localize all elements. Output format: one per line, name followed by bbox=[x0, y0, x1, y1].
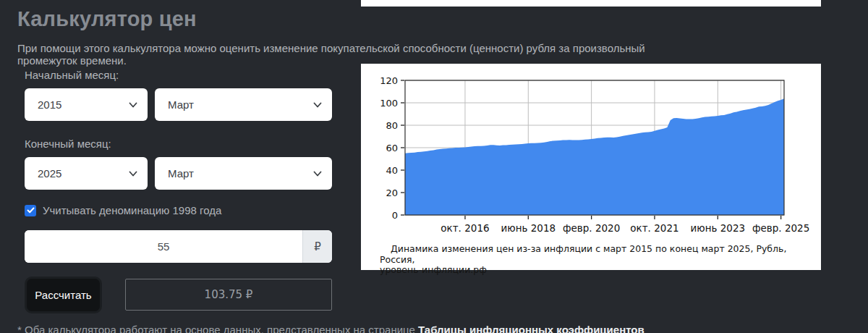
chart-caption-line1: Динамика изменения цен из-за инфляции с … bbox=[380, 244, 807, 265]
denomination-checkbox-row[interactable]: Учитывать деноминацию 1998 года bbox=[25, 204, 332, 216]
calculator-form: Начальный месяц: 2015 Март Конечный меся… bbox=[25, 69, 332, 313]
end-year-value: 2025 bbox=[38, 167, 61, 180]
start-year-select[interactable]: 2015 bbox=[25, 88, 148, 121]
svg-text:100: 100 bbox=[380, 98, 398, 109]
actions-row: Рассчитать 103.75 ₽ bbox=[25, 277, 332, 313]
page-title: Калькулятор цен bbox=[17, 7, 197, 31]
end-month-label: Конечный месяц: bbox=[25, 138, 332, 150]
chevron-down-icon bbox=[312, 169, 323, 179]
end-month-value: Март bbox=[168, 167, 194, 180]
ruble-currency-suffix: ₽ bbox=[302, 230, 332, 263]
svg-text:80: 80 bbox=[386, 120, 398, 131]
end-year-select[interactable]: 2025 bbox=[25, 157, 148, 190]
chevron-down-icon bbox=[128, 100, 138, 110]
start-month-value: Март bbox=[168, 98, 194, 111]
result-box: 103.75 ₽ bbox=[125, 279, 332, 311]
start-month-label: Начальный месяц: bbox=[25, 69, 332, 81]
chevron-down-icon bbox=[128, 169, 138, 179]
denomination-label: Учитывать деноминацию 1998 года bbox=[43, 204, 221, 216]
svg-text:июнь 2023: июнь 2023 bbox=[691, 222, 746, 234]
chart-caption: Динамика изменения цен из-за инфляции с … bbox=[380, 244, 807, 276]
calculate-button[interactable]: Рассчитать bbox=[25, 277, 102, 313]
page-description: При помощи этого калькулятора можно оцен… bbox=[17, 42, 668, 67]
amount-input-group: ₽ bbox=[25, 230, 332, 263]
footer-link-inflation-tables[interactable]: Таблицы инфляционных коэффициентов bbox=[418, 324, 644, 333]
start-month-row: 2015 Март bbox=[25, 88, 332, 121]
svg-text:окт. 2021: окт. 2021 bbox=[630, 222, 678, 234]
svg-text:20: 20 bbox=[386, 187, 398, 198]
svg-text:июнь 2018: июнь 2018 bbox=[501, 222, 556, 234]
svg-text:120: 120 bbox=[380, 75, 398, 86]
chart-caption-line2: уровень-инфляции.рф bbox=[380, 265, 807, 276]
start-month-select[interactable]: Март bbox=[155, 88, 332, 121]
svg-text:февр. 2025: февр. 2025 bbox=[752, 222, 809, 234]
svg-text:февр. 2020: февр. 2020 bbox=[563, 222, 620, 234]
svg-text:окт. 2016: окт. 2016 bbox=[441, 222, 489, 234]
adjacent-chart-edge bbox=[361, 0, 821, 7]
inflation-area-chart: 020406080100120окт. 2016июнь 2018февр. 2… bbox=[361, 64, 821, 270]
end-month-row: 2025 Март bbox=[25, 157, 332, 190]
chevron-down-icon bbox=[312, 100, 323, 110]
svg-text:60: 60 bbox=[386, 143, 398, 153]
footer-note: * Оба калькулятора работают на основе да… bbox=[17, 324, 813, 333]
check-icon bbox=[27, 206, 35, 214]
inflation-chart-panel: 020406080100120окт. 2016июнь 2018февр. 2… bbox=[361, 64, 821, 270]
svg-text:0: 0 bbox=[392, 210, 398, 221]
svg-text:40: 40 bbox=[386, 165, 398, 176]
denomination-checkbox[interactable] bbox=[25, 205, 36, 216]
footer-text: * Оба калькулятора работают на основе да… bbox=[17, 324, 418, 333]
result-value: 103.75 ₽ bbox=[205, 288, 253, 301]
start-year-value: 2015 bbox=[38, 98, 61, 111]
end-month-select[interactable]: Март bbox=[155, 157, 332, 190]
amount-input[interactable] bbox=[25, 230, 302, 263]
